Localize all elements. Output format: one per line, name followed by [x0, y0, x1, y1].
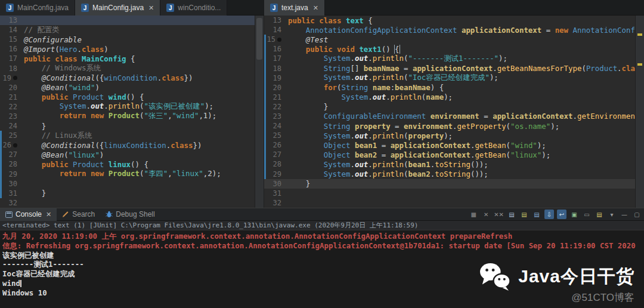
- tab-debug-shell[interactable]: Debug Shell: [100, 208, 160, 221]
- clear-console-icon[interactable]: ▤: [507, 210, 516, 219]
- code-text: AnnotationConfigApplicationContext appli…: [286, 26, 635, 35]
- code-line[interactable]: 30: [0, 179, 255, 189]
- code-line[interactable]: 29 return new Product("李四","linux",2);: [0, 170, 255, 179]
- code-line[interactable]: 26 @Conditional({linuxCondition.class}): [0, 140, 255, 150]
- code-line[interactable]: 15 @Test: [264, 35, 635, 44]
- tab-search[interactable]: Search: [57, 208, 100, 221]
- code-text: for(String name:beanNmae) {: [286, 83, 635, 92]
- code-line[interactable]: 14// 配置类: [0, 25, 255, 35]
- vcs-change-bar: [0, 189, 2, 198]
- vcs-change-bar: [0, 131, 2, 140]
- line-number: 18: [0, 64, 21, 73]
- tab-wincondition[interactable]: J winConditio...: [160, 0, 227, 16]
- search-tab-label: Search: [72, 210, 95, 218]
- code-line[interactable]: 18 String[] beanNmae = applicationContex…: [264, 63, 635, 73]
- code-text: System.out.println("-------测试1-------");: [286, 54, 635, 64]
- line-number: 20: [264, 84, 286, 92]
- code-line[interactable]: 18 // Windows系统: [0, 63, 255, 73]
- code-text: System.out.println(bean2.toString());: [286, 170, 635, 178]
- tab-close-icon[interactable]: ✕: [313, 4, 318, 12]
- code-line[interactable]: 22 System.out.println("该实例已被创建");: [0, 102, 255, 112]
- line-number: 18: [264, 64, 286, 73]
- code-line[interactable]: 32: [264, 198, 635, 208]
- code-line[interactable]: 19 @Conditional({winCondition.class}): [0, 73, 255, 83]
- code-line[interactable]: 25 // Linux系统: [0, 131, 255, 140]
- pin-console-icon[interactable]: ▣: [569, 210, 579, 219]
- minimize-icon[interactable]: —: [620, 210, 629, 219]
- console-icon: [5, 211, 13, 218]
- code-line[interactable]: 15@Configurable: [0, 35, 255, 44]
- line-number: 27: [0, 150, 21, 159]
- vcs-change-bar: [264, 121, 266, 131]
- code-line[interactable]: 24 String property = environment.getProp…: [264, 121, 635, 131]
- remove-all-launches-icon[interactable]: ✕✕: [494, 210, 504, 219]
- code-line[interactable]: 16@Import(Hero.class): [0, 44, 255, 54]
- line-number: 20: [0, 84, 21, 92]
- code-line[interactable]: 26 Object bean1 = applicationContext.get…: [264, 140, 635, 150]
- code-line[interactable]: 19 System.out.println("Ioc容器已经创建完成");: [264, 73, 635, 83]
- code-line[interactable]: 21 public Product wind() {: [0, 93, 255, 102]
- tab-label: MainConfig.java: [92, 4, 144, 12]
- code-line[interactable]: 21 System.out.println(name);: [264, 93, 635, 102]
- code-line[interactable]: 29 System.out.println(bean2.toString());: [264, 170, 635, 179]
- open-console-icon[interactable]: ▤: [595, 210, 604, 219]
- code-line[interactable]: 16 public void text1() {: [264, 44, 635, 54]
- gutter-marker-dot[interactable]: [13, 76, 17, 80]
- code-line[interactable]: 13public class text {: [264, 16, 635, 25]
- code-line[interactable]: 30 }: [264, 179, 635, 189]
- show-stdout-icon[interactable]: ▤: [519, 210, 529, 219]
- terminate-icon[interactable]: ■: [469, 210, 478, 219]
- code-line[interactable]: 24 }: [0, 121, 255, 131]
- scrollbar-thumb[interactable]: [256, 18, 262, 60]
- right-editor-code[interactable]: 13public class text {14 AnnotationConfig…: [264, 16, 635, 208]
- editor-split: 1314// 配置类15@Configurable16@Import(Hero.…: [0, 16, 644, 208]
- code-line[interactable]: 28 System.out.println(bean1.toString());: [264, 159, 635, 169]
- scroll-lock-icon[interactable]: ⇩: [544, 210, 554, 219]
- java-file-icon: J: [166, 4, 174, 12]
- tab-close-icon[interactable]: ✕: [46, 211, 51, 218]
- left-editor[interactable]: 1314// 配置类15@Configurable16@Import(Hero.…: [0, 16, 255, 208]
- code-line[interactable]: 27 Object bean2 = applicationContext.get…: [264, 150, 635, 159]
- code-line[interactable]: 13: [0, 16, 255, 25]
- code-line[interactable]: 20 @Bean("wind"): [0, 83, 255, 93]
- console-dropdown-caret-icon[interactable]: ▾: [607, 210, 617, 219]
- code-line[interactable]: 22 }: [264, 102, 635, 112]
- code-line[interactable]: 17 System.out.println("-------测试1-------…: [264, 54, 635, 63]
- code-line[interactable]: 28 public Product linux() {: [0, 159, 255, 169]
- tab-mainconfig-2[interactable]: J MainConfig.java ✕: [75, 0, 160, 16]
- code-line[interactable]: 25 System.out.println(property);: [264, 131, 635, 140]
- code-text: String property = environment.getPropert…: [286, 122, 635, 131]
- line-number: 14: [0, 26, 21, 34]
- code-text: @Import(Hero.class): [21, 45, 255, 54]
- code-line[interactable]: 20 for(String name:beanNmae) {: [264, 83, 635, 93]
- line-number: 17: [264, 54, 286, 63]
- editor-scrollbar[interactable]: [255, 16, 264, 208]
- gutter-marker-dot[interactable]: [277, 38, 281, 42]
- code-line[interactable]: 27 @Bean("linux"): [0, 150, 255, 159]
- code-text: String[] beanNmae = applicationContext.g…: [286, 64, 635, 73]
- gutter-marker-dot[interactable]: [13, 143, 17, 147]
- maximize-icon[interactable]: ▢: [632, 210, 642, 219]
- tab-close-icon[interactable]: ✕: [148, 4, 154, 12]
- show-stderr-icon[interactable]: ▤: [532, 210, 541, 219]
- code-line[interactable]: 32: [0, 198, 255, 208]
- code-text: }: [286, 102, 635, 111]
- word-wrap-icon[interactable]: ↩: [557, 210, 566, 219]
- code-line[interactable]: 31 }: [0, 189, 255, 198]
- code-line[interactable]: 23 ConfigurableEnvironment environment =…: [264, 112, 635, 121]
- line-number: 17: [0, 54, 21, 63]
- line-number: 21: [0, 93, 21, 101]
- code-line[interactable]: 14 AnnotationConfigApplicationContext ap…: [264, 25, 635, 35]
- tab-console[interactable]: Console ✕: [0, 208, 57, 221]
- code-line[interactable]: 23 return new Product("张三","wind",1);: [0, 112, 255, 121]
- tab-text-java[interactable]: J text.java ✕: [264, 0, 325, 16]
- code-line[interactable]: 17public class MainConfig {: [0, 54, 255, 63]
- annotation-ruler[interactable]: [635, 16, 644, 208]
- tab-mainconfig-1[interactable]: J MainConfig.java: [0, 0, 75, 16]
- right-editor[interactable]: 13public class text {14 AnnotationConfig…: [264, 16, 644, 208]
- remove-launch-icon[interactable]: ✕: [481, 210, 491, 219]
- annotation-mark-yellow[interactable]: [637, 33, 642, 36]
- display-console-icon[interactable]: ▭: [582, 210, 592, 219]
- annotation-mark-yellow[interactable]: [637, 63, 642, 66]
- code-line[interactable]: 31: [264, 189, 635, 198]
